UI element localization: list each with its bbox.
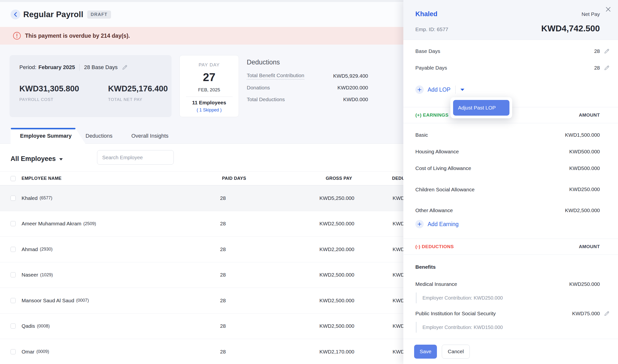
earning-row: Basic KWD1,500.000 <box>403 127 618 143</box>
payday-day: 27 <box>180 71 239 84</box>
earning-row: Other Allowance KWD2,500.000 <box>403 202 618 219</box>
adjust-past-lop-item[interactable]: Adjust Past LOP <box>453 100 510 116</box>
employee-id: (1029) <box>40 273 53 277</box>
edit-base-days-button[interactable] <box>603 48 610 54</box>
all-employees-dropdown[interactable]: All Employees <box>11 154 63 164</box>
add-lop-button[interactable]: Add LOP <box>415 86 450 94</box>
add-earning-button[interactable]: Add Earning <box>403 219 618 230</box>
benefit-label: Medical Insurance <box>415 281 457 287</box>
net-pay-label: Net Pay <box>581 11 600 17</box>
pencil-icon <box>604 48 610 54</box>
employer-contribution-note: Employer Contribution: KWD150.000 <box>416 322 600 333</box>
period-card: Period: February 2025 28 Base Days KWD31… <box>10 55 171 117</box>
total-net-pay-label: TOTAL NET PAY <box>108 97 168 102</box>
total-deductions-label: Total Deductions <box>247 96 285 102</box>
row-checkbox[interactable] <box>11 221 16 226</box>
deductions-cell: KWD <box>393 237 405 262</box>
edit-base-days-icon[interactable] <box>121 64 128 71</box>
amount-header: AMOUNT <box>579 244 600 249</box>
earning-value: KWD2,500.000 <box>565 208 600 213</box>
row-checkbox[interactable] <box>11 349 16 354</box>
earning-label: Housing Allowance <box>415 149 459 155</box>
employee-name: Ahmad <box>22 247 38 252</box>
add-lop-caret-icon[interactable] <box>460 89 464 91</box>
page-title: Regular Payroll <box>23 10 83 19</box>
add-lop-dropdown: Adjust Past LOP <box>450 97 512 118</box>
row-checkbox[interactable] <box>11 324 16 329</box>
donations-value: KWD200.000 <box>337 85 368 91</box>
tab-overall-insights[interactable]: Overall Insights <box>131 128 169 144</box>
select-all-checkbox[interactable] <box>11 176 16 181</box>
deductions-header: (-) DEDUCTIONS AMOUNT <box>403 239 618 255</box>
earning-row: Children Social Allowance KWD250.000 <box>403 177 618 202</box>
benefit-value: KWD250.000 <box>569 281 600 287</box>
period-line: Period: February 2025 28 Base Days <box>19 64 128 71</box>
paid-days: 28 <box>220 211 226 237</box>
employee-pay-drawer: Khaled Net Pay Emp. ID: 6577 KWD4,742.50… <box>403 0 618 364</box>
gross-pay: KWD2,500.000 <box>319 288 354 313</box>
deductions-title: Deductions <box>247 59 368 66</box>
paid-days: 28 <box>220 288 226 313</box>
pencil-icon <box>604 65 610 71</box>
drawer-footer: Save Cancel <box>403 339 618 364</box>
paid-days: 28 <box>220 185 226 211</box>
base-days-row: Base Days 28 <box>403 43 618 60</box>
earning-row: Housing Allowance KWD500.000 <box>403 143 618 160</box>
edit-payable-days-button[interactable] <box>603 65 610 71</box>
employee-name-link[interactable]: Khaled <box>415 10 437 18</box>
employee-id: (0008) <box>37 324 50 329</box>
row-checkbox[interactable] <box>11 195 16 201</box>
back-button[interactable] <box>11 10 20 19</box>
paid-days: 28 <box>220 339 226 364</box>
close-button[interactable] <box>604 5 613 14</box>
earnings-header-label: (+) EARNINGS <box>415 112 448 118</box>
gross-pay: KWD2,500.000 <box>319 211 354 237</box>
deductions-cell: KWD <box>393 339 405 364</box>
employee-count: 11 Employees <box>180 100 239 105</box>
search-employee-input[interactable] <box>102 155 169 160</box>
plus-icon <box>415 220 424 228</box>
alert-text: This payment is overdue by 214 day(s). <box>25 33 130 39</box>
base-days-label: Base Days <box>415 48 440 54</box>
total-benefit-contribution-label[interactable]: Total Benefit Contribution <box>247 73 304 80</box>
skipped-link[interactable]: ( 1 Skipped ) <box>180 107 239 113</box>
edit-benefit-button[interactable] <box>603 310 610 317</box>
employee-id: (0007) <box>76 298 89 303</box>
payable-days-label: Payable Days <box>415 65 447 71</box>
net-pay-block: KWD25,176.400 TOTAL NET PAY <box>108 84 168 102</box>
row-checkbox[interactable] <box>11 273 16 277</box>
employee-id: (0009) <box>37 349 49 354</box>
gross-pay: KWD2,200.000 <box>319 237 354 262</box>
row-checkbox[interactable] <box>11 247 16 252</box>
base-days-text: 28 Base Days <box>84 64 118 71</box>
deductions-header-label: (-) DEDUCTIONS <box>415 244 454 249</box>
row-checkbox[interactable] <box>11 298 16 303</box>
earning-value: KWD500.000 <box>569 149 600 155</box>
divider <box>79 64 80 71</box>
total-benefit-contribution-value: KWD5,929.400 <box>333 73 368 79</box>
gross-pay: KWD2,500.000 <box>319 313 354 339</box>
tab-label: Employee Summary <box>16 128 75 144</box>
tab-deductions[interactable]: Deductions <box>86 128 112 144</box>
benefit-row: Public Institution for Social Security K… <box>403 305 618 322</box>
earning-value: KWD500.000 <box>569 165 600 171</box>
add-lop-row: Add LOP <box>403 81 618 98</box>
search-employee-select[interactable] <box>97 150 174 165</box>
employee-name: Mansoor Saud Al Saud <box>22 298 74 303</box>
save-button[interactable]: Save <box>414 345 437 359</box>
divider <box>455 86 456 94</box>
caret-down-icon <box>59 158 63 160</box>
payroll-cost-block: KWD31,305.800 PAYROLL COST <box>19 84 79 102</box>
gross-pay: KWD2,170.000 <box>319 339 354 364</box>
divider <box>186 96 233 97</box>
benefit-row: Medical Insurance KWD250.000 <box>403 276 618 292</box>
paid-days: 28 <box>220 262 226 288</box>
column-paid-days: PAID DAYS <box>222 172 246 185</box>
earning-label: Other Allowance <box>415 208 453 213</box>
add-earning-label: Add Earning <box>428 221 459 228</box>
total-deductions-value: KWD0.000 <box>343 96 368 102</box>
tab-employee-summary[interactable]: Employee Summary <box>11 128 86 144</box>
cancel-button[interactable]: Cancel <box>442 345 470 359</box>
payroll-cost-amount: KWD31,305.800 <box>19 84 79 93</box>
net-pay-amount: KWD4,742.500 <box>541 24 600 33</box>
